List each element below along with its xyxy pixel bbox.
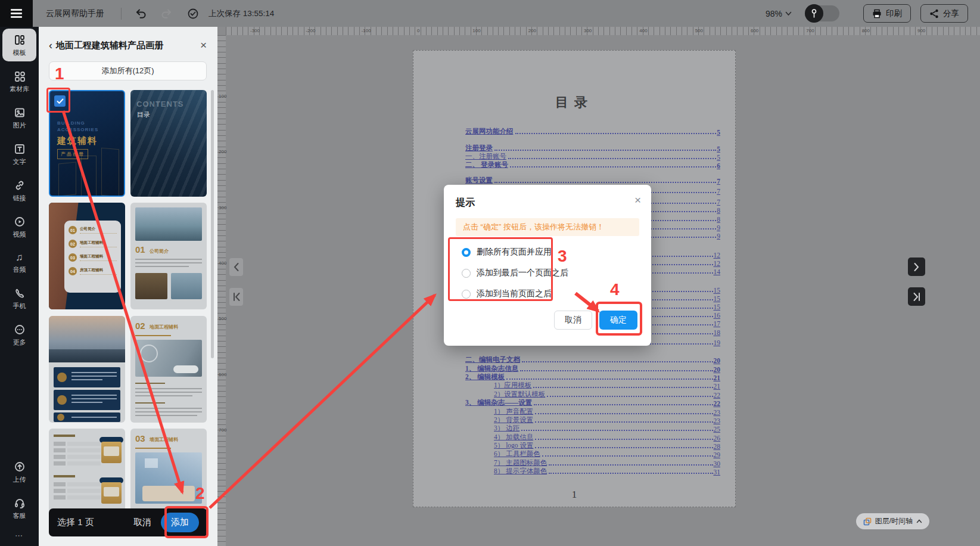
ruler-tick-label: 200 [219, 149, 226, 154]
toc-entry: 1） 声音配置23 [465, 408, 720, 416]
dialog-warning-text: 点击 “确定” 按钮后，该操作将无法撤销！ [456, 218, 639, 236]
template-title: 地面工程建筑辅料产品画册 [56, 40, 200, 51]
sidebar-item-upload[interactable]: 上传 [2, 455, 36, 488]
toc-entry: 账号设置7 [465, 176, 720, 185]
sidebar-item-templates[interactable]: 模板 [2, 29, 36, 61]
toc-entry: 4） 加载信息26 [465, 433, 720, 442]
toc-entry: 2、 编辑模板21 [465, 373, 720, 381]
chevron-left-icon [233, 262, 239, 272]
ruler-tick-label: 0 [417, 28, 419, 33]
dialog-close-icon[interactable]: × [634, 194, 641, 207]
ruler-tick-label: 800 [862, 28, 870, 33]
video-icon [14, 216, 26, 228]
dialog-confirm-button[interactable]: 确定 [599, 311, 637, 330]
selection-add-button[interactable]: 添加 [161, 513, 199, 532]
main-menu-button[interactable] [0, 0, 33, 27]
sidebar-item-label: 图片 [13, 121, 26, 130]
contents-text-zh: 目录 [137, 110, 150, 119]
sidebar-item-text[interactable]: 文字 [2, 138, 36, 170]
audio-note-icon: ♫ [15, 252, 23, 263]
toolbar-divider [121, 8, 122, 20]
radio-label: 添加到最后一个页面之后 [477, 268, 568, 278]
toc-card: 01公司简介 02地面工程辅料 03墙面工程辅料 04房顶工程辅料 [64, 221, 121, 293]
radio-add-after-current-page[interactable]: 添加到当前页面之后 [456, 288, 568, 300]
redo-button[interactable] [160, 7, 174, 21]
ruler-tick-label: 900 [917, 28, 925, 33]
text-icon [14, 143, 26, 155]
toc-entry: 2） 背景设置23 [465, 416, 720, 424]
sidebar-overflow-dots[interactable]: ⋯ [0, 526, 39, 546]
touch-mode-toggle[interactable] [805, 5, 839, 21]
ruler-tick-label: 100 [219, 94, 226, 99]
ruler-tick-label: 100 [472, 28, 480, 33]
thumbnail-contents-page[interactable]: CONTENTS 目录 [130, 90, 207, 197]
thumbnail-cover-page[interactable]: BUILDING ACCESSORIES 建筑辅料 产品画册 [49, 90, 125, 197]
zoom-level-dropdown[interactable]: 98% [766, 9, 792, 18]
panel-close-icon[interactable]: × [200, 39, 207, 52]
sidebar-item-images[interactable]: 图片 [2, 101, 36, 134]
sidebar-item-label: 上传 [13, 475, 26, 484]
dusk-city-photo [49, 316, 125, 362]
toc-entry: 2）设置默认模板22 [465, 390, 720, 399]
product-jar-image [101, 437, 122, 463]
radio-selected-icon [462, 248, 471, 257]
print-button[interactable]: 印刷 [863, 4, 911, 23]
cover-building-wireframe [81, 156, 97, 196]
thumbnail-selected-checkbox[interactable] [54, 95, 66, 107]
sidebar-item-support[interactable]: 客服 [2, 492, 36, 525]
template-icon [14, 34, 26, 46]
toc-entry: 8） 提示字体颜色31 [465, 467, 720, 476]
ruler-tick-label: 600 [751, 28, 758, 33]
first-page-button[interactable] [229, 288, 243, 306]
toc-entry: 注册登录5 [465, 144, 720, 153]
thumbnail-chapter01-page[interactable]: 01 公司简介 [130, 203, 207, 309]
layers-timeline-button[interactable]: 图层/时间轴 [856, 513, 929, 529]
prev-page-button[interactable] [229, 258, 243, 276]
sidebar-item-label: 音频 [13, 265, 26, 274]
radio-delete-all-pages[interactable]: 删除所有页面并应用 [456, 246, 568, 258]
toc-entry: 一、注册账号5 [465, 153, 720, 161]
thumbnail-intro-page[interactable] [49, 316, 125, 423]
toc-entry: 1、 编辑杂志信息20 [465, 365, 720, 373]
ruler-tick-label: 600 [219, 372, 226, 377]
thumbnail-toc-page[interactable]: 01公司简介 02地面工程辅料 03墙面工程辅料 04房顶工程辅料 [49, 203, 125, 309]
share-icon [929, 9, 939, 18]
toc-entry: 二、 登录账号6 [465, 161, 720, 169]
sidebar-item-label: 更多 [13, 338, 26, 347]
add-all-pages-button[interactable]: 添加所有(12页) [49, 61, 207, 80]
toc-entry: 5） logo 设置28 [465, 442, 720, 450]
sidebar-item-audio[interactable]: ♫ 音频 [2, 247, 36, 278]
sidebar-item-phone[interactable]: 手机 [2, 282, 36, 315]
sidebar-item-assets[interactable]: 素材库 [2, 65, 36, 98]
sidebar-item-label: 客服 [13, 511, 26, 520]
undo-button[interactable] [133, 7, 148, 21]
sidebar-item-video[interactable]: 视频 [2, 210, 36, 243]
document-title: 云展网帮助手册 [46, 8, 104, 19]
sidebar-item-label: 视频 [13, 230, 26, 239]
left-icon-rail: 模板 素材库 图片 文字 链接 视频 ♫ 音频 手机 更多 上传 客服 ⋯ [0, 27, 39, 546]
image-icon [14, 107, 26, 119]
panel-scrollbar[interactable] [211, 90, 214, 358]
selection-cancel-button[interactable]: 取消 [133, 517, 151, 528]
thumbnail-chapter02-page[interactable]: 02 地面工程辅料 [130, 316, 207, 423]
printer-icon [872, 9, 882, 18]
cover-text-zh: 建筑辅料 [57, 135, 98, 147]
sidebar-item-more[interactable]: 更多 [2, 318, 36, 351]
next-page-button[interactable] [908, 258, 925, 276]
share-button[interactable]: 分享 [920, 4, 968, 23]
radio-add-after-last-page[interactable]: 添加到最后一个页面之后 [456, 267, 568, 279]
chevron-left-bar-icon [232, 292, 241, 302]
ruler-tick-label: -300 [250, 28, 260, 33]
building-photo [171, 273, 202, 299]
sidebar-item-label: 链接 [13, 194, 26, 203]
cover-building-wireframe [101, 148, 119, 197]
radio-label: 删除所有页面并应用 [477, 247, 552, 258]
save-cloud-icon [186, 7, 200, 21]
dialog-cancel-button[interactable]: 取消 [554, 311, 592, 330]
sidebar-item-links[interactable]: 链接 [2, 174, 36, 207]
ruler-tick-label: 500 [695, 28, 703, 33]
chevron-down-icon [785, 11, 792, 16]
chapter-number: 01 [135, 244, 145, 255]
last-page-button[interactable] [908, 287, 925, 306]
back-chevron-icon[interactable]: ‹ [49, 41, 52, 50]
